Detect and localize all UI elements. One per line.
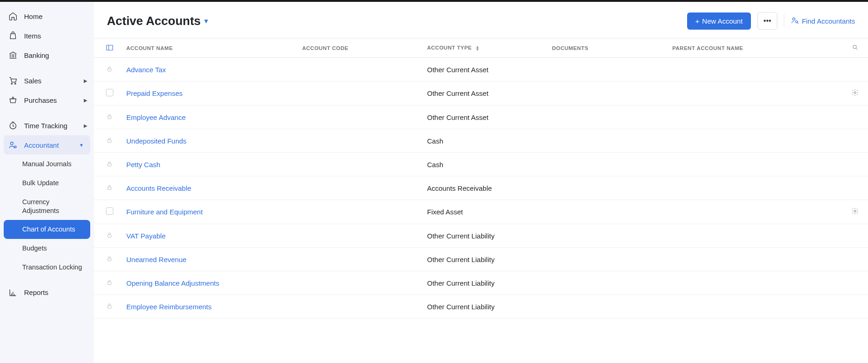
lock-icon xyxy=(106,279,113,287)
layout-icon xyxy=(106,46,113,52)
nav-sales[interactable]: Sales ▶ xyxy=(0,71,94,90)
page-title-dropdown[interactable]: Active Accounts ▾ xyxy=(107,14,208,28)
nav-reports[interactable]: Reports xyxy=(0,283,94,302)
lock-icon xyxy=(106,161,113,169)
subnav-chart-of-accounts[interactable]: Chart of Accounts xyxy=(4,220,90,239)
nav-label: Home xyxy=(24,13,43,20)
table-row[interactable]: Furniture and EquipmentFixed Asset xyxy=(94,200,868,224)
subnav-transaction-locking[interactable]: Transaction Locking xyxy=(0,258,94,277)
account-type-cell: Cash xyxy=(422,129,547,153)
svg-rect-17 xyxy=(108,258,112,261)
column-select[interactable] xyxy=(94,38,122,58)
nav-home[interactable]: Home xyxy=(0,6,94,26)
button-label: New Account xyxy=(702,17,743,25)
nav-time-tracking[interactable]: Time Tracking ▶ xyxy=(0,116,94,135)
svg-point-6 xyxy=(795,20,798,23)
home-icon xyxy=(8,12,18,21)
table-row[interactable]: Unearned RevenueOther Current Liability xyxy=(94,248,868,271)
chevron-down-icon: ▼ xyxy=(79,143,84,148)
column-account-code[interactable]: Account Code xyxy=(298,38,422,58)
svg-point-8 xyxy=(853,45,857,49)
svg-rect-19 xyxy=(108,306,112,308)
lock-icon xyxy=(106,232,113,240)
account-name-link[interactable]: Opening Balance Adjustments xyxy=(126,279,219,287)
svg-rect-13 xyxy=(108,163,112,166)
gear-icon[interactable] xyxy=(851,90,859,98)
svg-rect-12 xyxy=(108,140,112,143)
account-name-link[interactable]: Prepaid Expenses xyxy=(126,89,183,97)
subnav-currency-adjustments[interactable]: Currency Adjustments xyxy=(0,193,94,220)
bag-icon xyxy=(8,31,18,40)
svg-point-4 xyxy=(14,146,16,148)
table-row[interactable]: Undeposited FundsCash xyxy=(94,129,868,153)
more-actions-button[interactable]: ••• xyxy=(757,12,777,30)
account-name-link[interactable]: Employee Reimbursements xyxy=(126,303,211,311)
accounts-table-wrap: Account Name Account Code Account Type ▲… xyxy=(94,38,868,363)
new-account-button[interactable]: + New Account xyxy=(687,13,751,30)
header-actions: + New Account ••• Find Accountants xyxy=(687,12,855,30)
account-name-link[interactable]: Petty Cash xyxy=(126,161,160,169)
subnav-bulk-update[interactable]: Bulk Update xyxy=(0,174,94,193)
row-checkbox[interactable] xyxy=(106,89,113,96)
account-name-link[interactable]: Furniture and Equipment xyxy=(126,208,203,216)
account-name-link[interactable]: Employee Advance xyxy=(126,113,186,121)
subnav-budgets[interactable]: Budgets xyxy=(0,239,94,258)
nav-items[interactable]: Items xyxy=(0,26,94,45)
gear-icon[interactable] xyxy=(851,208,859,216)
nav-purchases[interactable]: Purchases ▶ xyxy=(0,90,94,110)
link-label: Find Accountants xyxy=(802,17,855,25)
account-type-cell: Other Current Liability xyxy=(422,248,547,271)
find-accountants-link[interactable]: Find Accountants xyxy=(791,16,855,26)
account-type-cell: Other Current Liability xyxy=(422,295,547,319)
nav-label: Purchases xyxy=(24,96,57,104)
column-account-name[interactable]: Account Name xyxy=(122,38,298,58)
chevron-right-icon: ▶ xyxy=(84,78,87,83)
column-documents[interactable]: Documents xyxy=(547,38,668,58)
table-row[interactable]: Opening Balance AdjustmentsOther Current… xyxy=(94,271,868,295)
search-icon xyxy=(852,46,859,52)
svg-point-10 xyxy=(854,92,856,94)
account-name-link[interactable]: Unearned Revenue xyxy=(126,256,186,263)
chevron-right-icon: ▶ xyxy=(84,98,87,103)
nav-banking[interactable]: Banking xyxy=(0,45,94,65)
page-title-text: Active Accounts xyxy=(107,14,201,28)
table-row[interactable]: VAT PayableOther Current Liability xyxy=(94,224,868,248)
row-checkbox[interactable] xyxy=(106,207,113,215)
table-row[interactable]: Employee ReimbursementsOther Current Lia… xyxy=(94,295,868,319)
nav-label: Banking xyxy=(24,51,49,59)
lock-icon xyxy=(106,184,113,192)
accounts-table: Account Name Account Code Account Type ▲… xyxy=(94,38,868,319)
svg-point-15 xyxy=(854,210,856,212)
table-row[interactable]: Petty CashCash xyxy=(94,153,868,176)
column-search[interactable] xyxy=(845,38,868,58)
lock-icon xyxy=(106,303,113,311)
table-row[interactable]: Accounts ReceivableAccounts Receivable xyxy=(94,176,868,200)
chart-icon xyxy=(8,288,18,297)
nav-label: Reports xyxy=(24,288,49,296)
account-name-link[interactable]: Advance Tax xyxy=(126,66,166,74)
nav-accountant[interactable]: Accountant ▼ xyxy=(4,135,90,155)
table-row[interactable]: Advance TaxOther Current Asset xyxy=(94,58,868,81)
nav-label: Sales xyxy=(24,77,42,85)
cart-icon xyxy=(8,76,18,85)
account-name-link[interactable]: Undeposited Funds xyxy=(126,137,186,145)
table-row[interactable]: Prepaid ExpensesOther Current Asset xyxy=(94,81,868,106)
account-type-cell: Other Current Liability xyxy=(422,224,547,248)
svg-rect-18 xyxy=(108,282,112,285)
lock-icon xyxy=(106,256,113,263)
chevron-right-icon: ▶ xyxy=(84,123,87,128)
nav-label: Items xyxy=(24,32,41,40)
svg-point-1 xyxy=(15,83,16,84)
svg-rect-9 xyxy=(108,69,112,71)
svg-point-5 xyxy=(793,18,795,20)
lock-icon xyxy=(106,137,113,145)
account-type-cell: Fixed Asset xyxy=(422,200,547,224)
divider xyxy=(784,14,784,27)
account-name-link[interactable]: Accounts Receivable xyxy=(126,184,191,192)
account-name-link[interactable]: VAT Payable xyxy=(126,232,166,240)
table-row[interactable]: Employee AdvanceOther Current Asset xyxy=(94,106,868,129)
column-account-type[interactable]: Account Type ▲▼ xyxy=(422,38,547,58)
basket-icon xyxy=(8,95,18,105)
subnav-manual-journals[interactable]: Manual Journals xyxy=(0,155,94,174)
column-parent-account[interactable]: Parent Account Name xyxy=(668,38,845,58)
